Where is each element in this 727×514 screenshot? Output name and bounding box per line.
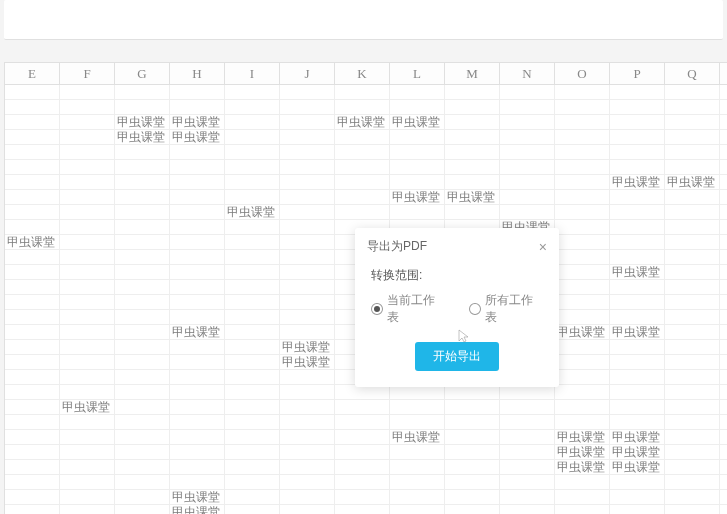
cell[interactable] [555, 265, 610, 280]
cell[interactable] [60, 505, 115, 514]
column-header[interactable]: K [335, 63, 390, 85]
cell[interactable] [60, 265, 115, 280]
cell[interactable]: 甲虫课堂 [610, 325, 665, 340]
cell[interactable] [335, 85, 390, 100]
cell[interactable] [555, 280, 610, 295]
cell[interactable] [170, 175, 225, 190]
start-export-button[interactable]: 开始导出 [415, 342, 499, 371]
cell[interactable] [335, 430, 390, 445]
cell[interactable] [720, 250, 727, 265]
cell[interactable] [445, 475, 500, 490]
cell[interactable] [445, 115, 500, 130]
cell[interactable]: 甲虫课堂 [335, 115, 390, 130]
cell[interactable] [665, 280, 720, 295]
cell[interactable] [610, 310, 665, 325]
cell[interactable] [720, 445, 727, 460]
cell[interactable] [665, 160, 720, 175]
cell[interactable] [60, 415, 115, 430]
cell[interactable] [225, 340, 280, 355]
cell[interactable] [445, 130, 500, 145]
cell[interactable] [170, 160, 225, 175]
cell[interactable]: 甲虫课堂 [665, 175, 720, 190]
cell[interactable] [115, 310, 170, 325]
cell[interactable] [5, 265, 60, 280]
cell[interactable] [170, 355, 225, 370]
cell[interactable] [280, 445, 335, 460]
cell[interactable] [390, 85, 445, 100]
cell[interactable] [500, 175, 555, 190]
cell[interactable] [280, 220, 335, 235]
cell[interactable] [720, 115, 727, 130]
cell[interactable] [665, 385, 720, 400]
cell[interactable] [720, 325, 727, 340]
cell[interactable] [555, 115, 610, 130]
cell[interactable] [500, 475, 555, 490]
cell[interactable] [500, 490, 555, 505]
cell[interactable] [60, 460, 115, 475]
cell[interactable] [335, 415, 390, 430]
cell[interactable] [335, 475, 390, 490]
cell[interactable] [665, 310, 720, 325]
cell[interactable] [720, 235, 727, 250]
cell[interactable] [720, 415, 727, 430]
cell[interactable] [665, 220, 720, 235]
cell[interactable] [115, 160, 170, 175]
column-header[interactable]: J [280, 63, 335, 85]
cell[interactable] [555, 205, 610, 220]
cell[interactable] [390, 145, 445, 160]
cell[interactable] [60, 85, 115, 100]
cell[interactable] [5, 145, 60, 160]
column-header[interactable]: Q [665, 63, 720, 85]
cell[interactable] [390, 100, 445, 115]
cell[interactable] [555, 415, 610, 430]
cell[interactable] [610, 280, 665, 295]
cell[interactable] [665, 130, 720, 145]
cell[interactable] [280, 475, 335, 490]
cell[interactable] [60, 160, 115, 175]
cell[interactable] [60, 355, 115, 370]
cell[interactable] [115, 355, 170, 370]
cell[interactable] [720, 490, 727, 505]
column-header[interactable]: E [5, 63, 60, 85]
cell[interactable] [225, 235, 280, 250]
cell[interactable] [170, 145, 225, 160]
cell[interactable] [665, 415, 720, 430]
cell[interactable] [115, 295, 170, 310]
cell[interactable] [555, 490, 610, 505]
cell[interactable]: 甲虫课堂 [610, 460, 665, 475]
cell[interactable] [500, 160, 555, 175]
cell[interactable] [610, 250, 665, 265]
cell[interactable] [280, 385, 335, 400]
cell[interactable] [500, 415, 555, 430]
cell[interactable] [115, 205, 170, 220]
cell[interactable]: 甲虫课堂 [170, 505, 225, 514]
cell[interactable]: 甲虫课堂 [555, 445, 610, 460]
cell[interactable] [5, 430, 60, 445]
cell[interactable] [555, 85, 610, 100]
cell[interactable] [445, 430, 500, 445]
cell[interactable] [555, 100, 610, 115]
cell[interactable] [610, 85, 665, 100]
cell[interactable] [5, 310, 60, 325]
cell[interactable] [60, 325, 115, 340]
cell[interactable] [115, 265, 170, 280]
cell[interactable] [5, 505, 60, 514]
cell[interactable] [445, 445, 500, 460]
cell[interactable] [665, 85, 720, 100]
cell[interactable]: 甲虫课堂 [115, 115, 170, 130]
cell[interactable] [170, 370, 225, 385]
cell[interactable] [280, 400, 335, 415]
cell[interactable] [170, 460, 225, 475]
cell[interactable]: 甲虫课堂 [5, 235, 60, 250]
cell[interactable] [720, 205, 727, 220]
cell[interactable] [225, 190, 280, 205]
cell[interactable] [280, 145, 335, 160]
column-header[interactable]: G [115, 63, 170, 85]
cell[interactable] [665, 235, 720, 250]
cell[interactable] [555, 220, 610, 235]
cell[interactable] [720, 370, 727, 385]
cell[interactable] [115, 190, 170, 205]
cell[interactable]: 甲虫课堂 [170, 490, 225, 505]
cell[interactable] [720, 310, 727, 325]
cell[interactable] [170, 190, 225, 205]
